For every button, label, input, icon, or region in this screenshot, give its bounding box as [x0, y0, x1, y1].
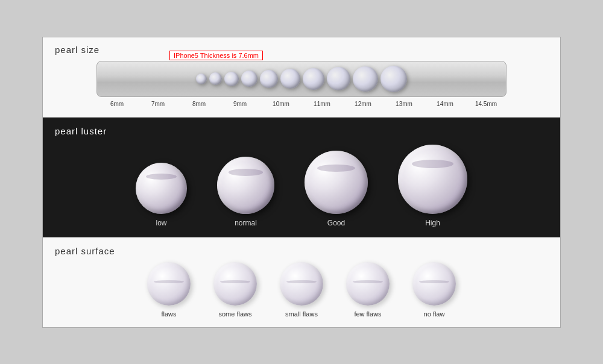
pearl-luster	[305, 151, 368, 214]
surface-item: some flaws	[213, 262, 257, 318]
luster-label: High	[425, 219, 440, 227]
size-section-title: pearl size	[55, 45, 548, 55]
pearl-circle	[241, 71, 257, 87]
pearl-luster	[136, 163, 187, 214]
pearl-surface	[213, 262, 257, 306]
size-text: 13mm	[384, 101, 425, 107]
pearl-circle	[380, 66, 407, 92]
pearl-circle	[224, 72, 239, 86]
phone-container: IPhone5 Thickness is 7.6mm	[96, 61, 507, 97]
pearl-surface	[346, 262, 390, 306]
pearl-circle	[280, 69, 300, 89]
pearl-surface	[412, 262, 456, 306]
pearl-size-item	[280, 69, 300, 89]
surface-label: flaws	[161, 310, 176, 318]
luster-item: Good	[305, 151, 368, 227]
luster-label: low	[156, 219, 166, 227]
phone-label: IPhone5 Thickness is 7.6mm	[169, 51, 263, 60]
surface-item: small flaws	[280, 262, 323, 318]
pearl-circle	[353, 66, 378, 92]
pearl-circle	[303, 68, 324, 90]
size-text: 6mm	[96, 101, 137, 107]
size-text: 14.5mm	[466, 101, 507, 107]
size-text: 14mm	[425, 101, 466, 107]
pearl-circle	[260, 70, 278, 88]
pearl-circle	[209, 72, 222, 85]
luster-item: normal	[217, 157, 274, 227]
size-text: 10mm	[260, 101, 302, 107]
surface-label: few flaws	[354, 310, 381, 318]
surface-label: no flaw	[424, 310, 445, 318]
surface-label: some flaws	[218, 310, 251, 318]
main-container: pearl size IPhone5 Thickness is 7.6mm 6m…	[42, 37, 561, 328]
size-text: 9mm	[219, 101, 260, 107]
size-visual: IPhone5 Thickness is 7.6mm 6mm7mm8mm9mm1…	[55, 61, 548, 107]
pearl-size-item	[353, 66, 378, 92]
size-text: 8mm	[178, 101, 219, 107]
section-size: pearl size IPhone5 Thickness is 7.6mm 6m…	[43, 37, 560, 118]
pearl-circle	[327, 67, 350, 90]
pearl-luster	[398, 145, 467, 214]
luster-section-title: pearl luster	[55, 126, 548, 136]
pearl-luster	[217, 157, 274, 214]
size-text: 7mm	[137, 101, 178, 107]
pearl-surface	[147, 262, 191, 306]
pearl-size-item	[260, 70, 278, 88]
sizes-below: 6mm7mm8mm9mm10mm11mm12mm13mm14mm14.5mm	[96, 101, 507, 107]
surface-label: small flaws	[285, 310, 318, 318]
pearl-size-item	[209, 72, 222, 85]
pearl-size-item	[196, 74, 207, 84]
surface-item: flaws	[147, 262, 191, 318]
section-luster: pearl luster lownormalGoodHigh	[43, 118, 560, 237]
surface-items: flawssome flawssmall flawsfew flawsno fl…	[55, 262, 548, 318]
surface-item: few flaws	[346, 262, 390, 318]
pearl-circle	[196, 74, 207, 84]
pearl-size-item	[303, 68, 324, 90]
luster-item: High	[398, 145, 467, 227]
size-text: 12mm	[343, 101, 384, 107]
luster-item: low	[136, 163, 187, 227]
pearl-size-item	[380, 66, 407, 92]
surface-section-title: pearl surface	[55, 246, 548, 256]
size-text: 11mm	[302, 101, 343, 107]
luster-label: normal	[235, 219, 257, 227]
pearl-surface	[280, 262, 323, 306]
surface-item: no flaw	[412, 262, 456, 318]
luster-label: Good	[327, 219, 345, 227]
pearl-size-item	[224, 72, 239, 86]
pearl-size-item	[241, 71, 257, 87]
section-surface: pearl surface flawssome flawssmall flaws…	[43, 237, 560, 327]
pearl-size-item	[327, 67, 350, 90]
pearls-row	[184, 66, 419, 92]
luster-items: lownormalGoodHigh	[55, 145, 548, 227]
